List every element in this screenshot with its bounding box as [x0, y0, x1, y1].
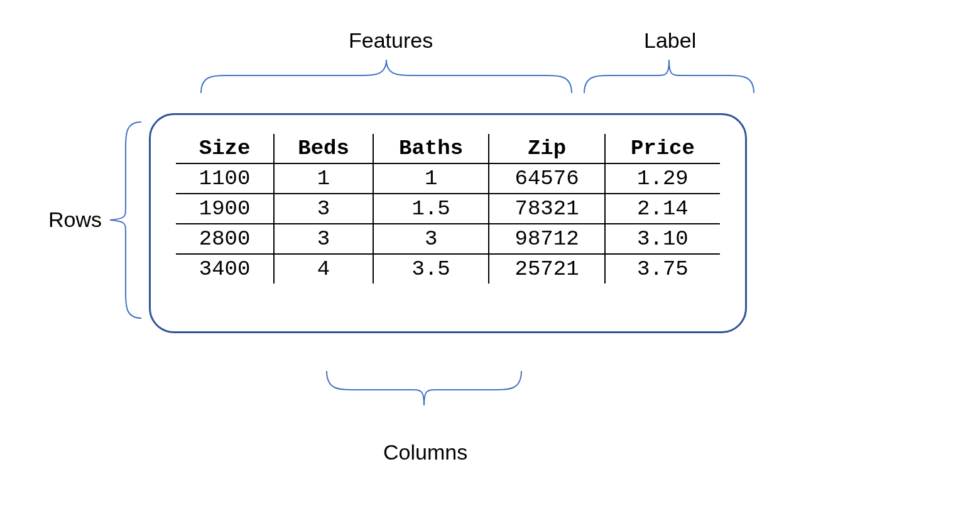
col-header-price: Price — [605, 134, 720, 163]
cell: 1.5 — [373, 194, 489, 224]
features-annotation: Features — [349, 28, 433, 53]
columns-brace-icon — [327, 371, 521, 405]
table-row: 3400 4 3.5 25721 3.75 — [176, 254, 720, 284]
rows-brace-icon — [110, 122, 141, 318]
cell: 3 — [274, 194, 373, 224]
data-table: Size Beds Baths Zip Price 1100 1 1 64576… — [176, 134, 720, 284]
cell: 1.29 — [605, 163, 720, 194]
cell: 64576 — [489, 163, 604, 194]
cell: 2.14 — [605, 194, 720, 224]
cell: 1100 — [176, 163, 274, 194]
cell: 1900 — [176, 194, 274, 224]
columns-annotation: Columns — [383, 440, 467, 465]
cell: 1 — [373, 163, 489, 194]
col-header-zip: Zip — [489, 134, 604, 163]
cell: 78321 — [489, 194, 604, 224]
table-row: 2800 3 3 98712 3.10 — [176, 224, 720, 254]
col-header-beds: Beds — [274, 134, 373, 163]
col-header-baths: Baths — [373, 134, 489, 163]
cell: 25721 — [489, 254, 604, 284]
data-table-box: Size Beds Baths Zip Price 1100 1 1 64576… — [149, 113, 747, 333]
label-annotation: Label — [644, 28, 696, 53]
cell: 3.75 — [605, 254, 720, 284]
cell: 3.5 — [373, 254, 489, 284]
cell: 1 — [274, 163, 373, 194]
cell: 3 — [274, 224, 373, 254]
features-brace-icon — [201, 60, 572, 93]
table-header-row: Size Beds Baths Zip Price — [176, 134, 720, 163]
cell: 98712 — [489, 224, 604, 254]
rows-annotation: Rows — [48, 207, 102, 232]
label-brace-icon — [584, 60, 754, 93]
cell: 3 — [373, 224, 489, 254]
cell: 4 — [274, 254, 373, 284]
table-row: 1900 3 1.5 78321 2.14 — [176, 194, 720, 224]
cell: 3.10 — [605, 224, 720, 254]
cell: 3400 — [176, 254, 274, 284]
cell: 2800 — [176, 224, 274, 254]
table-row: 1100 1 1 64576 1.29 — [176, 163, 720, 194]
col-header-size: Size — [176, 134, 274, 163]
